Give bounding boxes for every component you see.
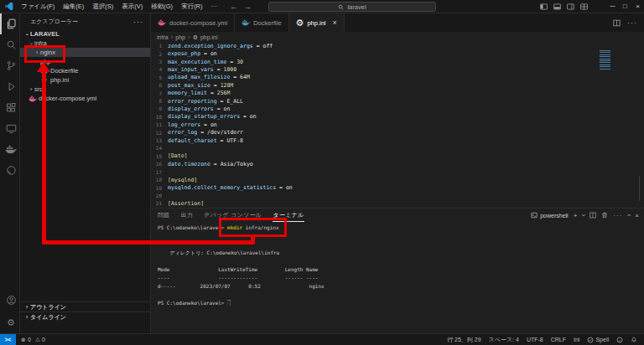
layout-sidebar-right-icon[interactable] xyxy=(567,3,574,10)
activity-search-icon[interactable] xyxy=(0,34,20,55)
panel-more-icon[interactable]: ··· xyxy=(613,212,622,219)
panel-tab-出力[interactable]: 出力 xyxy=(181,209,194,221)
panel-maximize-icon[interactable]: › xyxy=(625,214,633,217)
remote-indicator[interactable]: >< xyxy=(0,334,16,345)
code-token: expose_php xyxy=(168,50,200,57)
menu-item-3[interactable]: 表示(V) xyxy=(117,0,147,13)
code-line: 10display_startup_errors = on xyxy=(151,113,644,121)
tab-Dockerfile[interactable]: Dockerfile xyxy=(235,13,288,32)
menu-overflow-icon[interactable]: ··· xyxy=(207,0,222,13)
status-item[interactable] xyxy=(631,337,637,343)
tab-label: Dockerfile xyxy=(253,19,281,27)
sidebar-section-アウトライン[interactable]: ›アウトライン xyxy=(20,301,150,312)
problems-indicator[interactable]: ⊗ 0 ⚠ 0 xyxy=(21,337,45,343)
code-token: = xyxy=(253,43,263,49)
status-item-スペース: 4[interactable]: スペース: 4 xyxy=(489,336,519,344)
activity-source-control-icon[interactable] xyxy=(0,55,20,76)
breadcrumb-item[interactable]: php xyxy=(175,34,185,40)
split-terminal-icon[interactable] xyxy=(589,212,596,219)
minimap[interactable] xyxy=(600,50,610,70)
nav-back-icon[interactable]: ← xyxy=(230,3,237,11)
terminal-dropdown-icon[interactable]: › xyxy=(579,214,588,217)
code-token: = xyxy=(214,66,224,73)
layout-panel-icon[interactable] xyxy=(553,3,561,10)
annotation-box-nginx xyxy=(24,45,65,63)
status-item-CRLF[interactable]: CRLF xyxy=(551,337,566,342)
activity-run-debug-icon[interactable] xyxy=(0,76,20,97)
code-token: display_startup_errors xyxy=(168,113,240,120)
activity-docker-icon[interactable] xyxy=(0,139,20,160)
code-token: on xyxy=(250,113,257,120)
errors-count: 0 xyxy=(28,337,31,342)
activity-settings-icon[interactable]: ⚙ xyxy=(0,312,20,333)
section-label: タイムライン xyxy=(30,313,66,322)
breadcrumb-separator-icon: › xyxy=(188,33,190,41)
activity-remote-explorer-icon[interactable] xyxy=(0,118,20,139)
code-token: = xyxy=(197,129,207,136)
line-number: 6 xyxy=(151,82,168,88)
layout-sidebar-left-icon[interactable] xyxy=(540,3,548,10)
tree-item-src[interactable]: ›src xyxy=(20,85,150,94)
menu-item-2[interactable]: 選択(S) xyxy=(88,0,117,13)
sidebar-more-icon[interactable]: ··· xyxy=(133,18,143,26)
annotation-arrow-shaft xyxy=(42,71,46,242)
menu-item-4[interactable]: 移動(G) xyxy=(147,0,177,13)
code-line: 14 xyxy=(151,144,644,152)
status-item-UTF-8[interactable]: UTF-8 xyxy=(527,337,543,342)
panel-tab-問題[interactable]: 問題 xyxy=(158,209,170,221)
status-item-Spell[interactable]: Spell xyxy=(587,337,609,343)
code-token: E_ALL xyxy=(226,98,243,105)
nav-forward-icon[interactable]: → xyxy=(244,3,252,11)
line-number: 15 xyxy=(151,153,168,159)
menu-item-1[interactable]: 編集(E) xyxy=(59,0,88,13)
breadcrumb-item[interactable]: php.ini xyxy=(200,34,218,40)
terminal-line: Mode LastWriteTime Length Name xyxy=(158,265,641,274)
breadcrumb-item[interactable]: infra xyxy=(157,34,169,40)
activity-extensions-icon[interactable] xyxy=(0,97,20,118)
code-editor[interactable]: 1zend.exception_ignore_args = off2expose… xyxy=(151,42,644,208)
line-number: 9 xyxy=(151,106,168,111)
code-token: UTF-8 xyxy=(226,137,243,144)
line-number: 3 xyxy=(151,59,168,64)
split-editor-icon[interactable] xyxy=(613,19,621,27)
menu-item-5[interactable]: 実行(R) xyxy=(177,0,206,13)
maximize-button[interactable]: □ xyxy=(619,0,631,13)
docker-pink-icon xyxy=(28,95,37,102)
search-input[interactable]: laravel xyxy=(268,2,436,12)
status-item[interactable] xyxy=(616,337,623,343)
annotation-box-mkdir xyxy=(219,218,287,237)
editor-scrollbar[interactable] xyxy=(639,176,640,201)
code-token: 1000 xyxy=(224,66,237,73)
menu-item-0[interactable]: ファイル(F) xyxy=(17,0,59,13)
sidebar-sections: ›アウトライン›タイムライン xyxy=(20,301,150,322)
code-line: 2expose_php = on xyxy=(151,49,644,57)
line-number: 21 xyxy=(151,200,168,206)
activity-explorer-icon[interactable] xyxy=(0,13,20,34)
sidebar-section-タイムライン[interactable]: ›タイムライン xyxy=(20,312,150,322)
tree-root-laravel[interactable]: › LARAVEL xyxy=(20,29,150,39)
tab-docker-compose.yml[interactable]: docker-compose.yml xyxy=(151,13,235,32)
breadcrumb[interactable]: infra›php›⚙php.ini xyxy=(151,32,644,42)
tree-item-docker-compose.yml[interactable]: docker-compose.yml xyxy=(20,94,150,103)
code-token: = xyxy=(217,137,227,144)
close-button[interactable]: × xyxy=(631,0,644,13)
close-icon[interactable]: × xyxy=(333,18,337,27)
title-bar: ファイル(F)編集(E)選択(S)表示(V)移動(G)実行(R)··· ← → … xyxy=(0,0,644,13)
minimize-button[interactable]: ─ xyxy=(606,0,619,13)
status-item-行 25、列 29[interactable]: 行 25、列 29 xyxy=(447,336,480,344)
editor-more-icon[interactable]: ··· xyxy=(627,18,637,27)
tree-item-php.ini[interactable]: ⚙php.ini xyxy=(20,75,150,85)
shell-selector[interactable]: powershell xyxy=(531,212,568,219)
code-token: post_max_size xyxy=(168,82,210,89)
tab-php.ini[interactable]: ⚙php.ini× xyxy=(289,13,345,32)
code-line: 11log_errors = on xyxy=(151,121,644,128)
activity-github-icon[interactable] xyxy=(0,160,20,181)
new-terminal-icon[interactable]: + xyxy=(574,212,578,219)
tree-root-label: LARAVEL xyxy=(30,30,60,38)
panel-close-icon[interactable]: × xyxy=(635,212,639,219)
activity-account-icon[interactable] xyxy=(0,290,20,311)
tree-item-label: docker-compose.yml xyxy=(39,95,96,102)
layout-customize-icon[interactable] xyxy=(580,3,588,10)
status-item-Ini[interactable]: Ini xyxy=(574,337,579,342)
kill-terminal-icon[interactable] xyxy=(601,212,608,219)
